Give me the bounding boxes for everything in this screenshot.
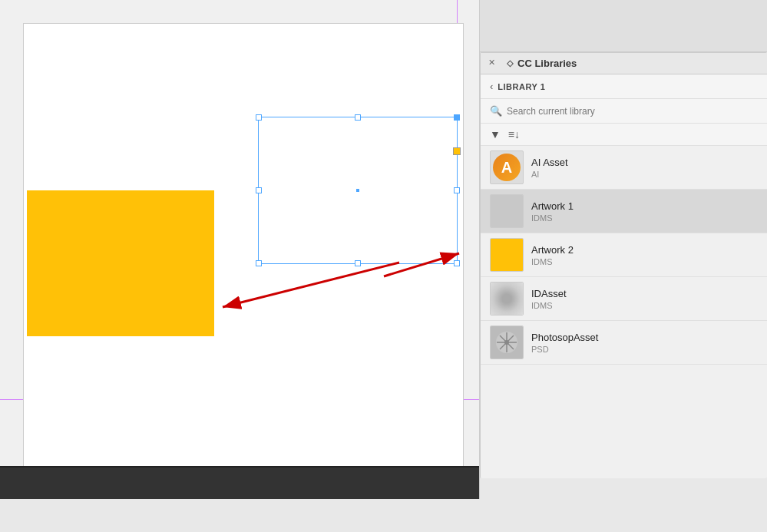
artwork2-thumb-inner <box>491 239 523 271</box>
asset-name-ai: AI Asset <box>531 157 568 168</box>
asset-item-artwork2[interactable]: Artwork 2 IDMS <box>481 233 767 277</box>
asset-thumb-artwork1 <box>490 194 524 228</box>
handle-tl <box>256 114 262 121</box>
search-icon: 🔍 <box>490 105 502 117</box>
handle-bl <box>256 260 262 266</box>
filter-row: ▼ ≡↓ <box>481 124 767 146</box>
cc-libraries-panel: ✕ ◇ CC Libraries ‹ LIBRARY 1 🔍 ▼ ≡↓ A AI… <box>480 52 767 478</box>
asset-type-artwork1: IDMS <box>531 213 574 223</box>
asset-item-idasset[interactable]: IDAsset IDMS <box>481 277 767 321</box>
asset-name-artwork2: Artwork 2 <box>531 244 574 256</box>
panel-close-button[interactable]: ✕ <box>488 58 495 68</box>
idasset-thumb-inner <box>491 283 523 315</box>
canvas-area <box>0 0 480 499</box>
ai-thumb-inner: A <box>493 154 521 181</box>
asset-thumb-psd <box>490 325 524 359</box>
asset-type-psd: PSD <box>531 345 598 354</box>
handle-br <box>454 260 460 266</box>
asset-type-artwork2: IDMS <box>531 257 574 266</box>
svg-point-8 <box>504 340 509 345</box>
panel-title-icon: ◇ <box>507 58 513 68</box>
asset-name-idasset: IDAsset <box>531 288 567 299</box>
sort-icon[interactable]: ≡↓ <box>508 128 520 140</box>
canvas-inner <box>0 0 479 499</box>
assets-list: A AI Asset AI Artwork 1 IDMS Artwork 2 <box>481 146 767 365</box>
handle-mr <box>454 187 460 193</box>
asset-item-artwork1[interactable]: Artwork 1 IDMS <box>481 190 767 233</box>
panel-title: ◇ CC Libraries <box>507 58 577 69</box>
asset-info-artwork1: Artwork 1 IDMS <box>531 200 574 223</box>
psd-snowflake-icon <box>493 329 521 356</box>
handle-tc <box>355 114 361 121</box>
yellow-rectangle <box>27 190 214 336</box>
filter-icon[interactable]: ▼ <box>490 128 501 140</box>
search-input[interactable] <box>507 106 758 117</box>
asset-thumb-ai: A <box>490 150 524 184</box>
handle-bc <box>355 260 361 266</box>
center-dot <box>356 189 359 192</box>
asset-info-artwork2: Artwork 2 IDMS <box>531 244 574 266</box>
asset-thumb-artwork2 <box>490 238 524 272</box>
asset-name-artwork1: Artwork 1 <box>531 200 574 212</box>
library-name: LIBRARY 1 <box>498 82 545 91</box>
artwork1-thumb-inner <box>491 195 523 227</box>
asset-item-ai[interactable]: A AI Asset AI <box>481 146 767 190</box>
asset-info-idasset: IDAsset IDMS <box>531 288 567 310</box>
yellow-small-indicator <box>453 147 461 155</box>
handle-tr <box>454 114 460 121</box>
library-nav: ‹ LIBRARY 1 <box>481 74 767 99</box>
asset-item-psd[interactable]: PhotosopAsset PSD <box>481 321 767 365</box>
asset-info-psd: PhotosopAsset PSD <box>531 332 598 354</box>
asset-type-idasset: IDMS <box>531 301 567 310</box>
handle-ml <box>256 187 262 193</box>
library-back-button[interactable]: ‹ <box>490 81 493 92</box>
selection-box <box>258 117 458 264</box>
panel-title-text: CC Libraries <box>517 58 577 69</box>
psd-thumb-inner <box>491 326 523 359</box>
asset-thumb-idasset <box>490 282 524 316</box>
asset-type-ai: AI <box>531 170 568 179</box>
asset-name-psd: PhotosopAsset <box>531 332 598 343</box>
bottom-strip <box>0 466 480 499</box>
search-row: 🔍 <box>481 99 767 124</box>
panel-header: ✕ ◇ CC Libraries <box>481 53 767 74</box>
asset-info-ai: AI Asset AI <box>531 157 568 179</box>
